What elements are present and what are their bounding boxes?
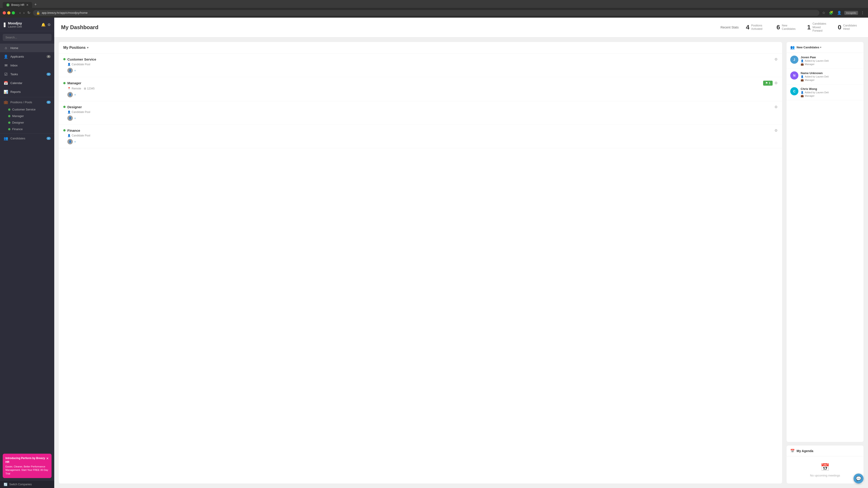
promo-banner[interactable]: ✕ Introducing Perform by Breezy HR Easie… bbox=[3, 454, 52, 478]
switch-icon: 🔄 bbox=[4, 483, 7, 486]
dashboard-body: My Positions ▾ Customer Service ⚙ bbox=[54, 37, 868, 488]
designer-label: Designer bbox=[12, 121, 24, 124]
sidebar-header: ‹ Moodjoy Lauren Deli 🔔 ⚙ bbox=[0, 18, 54, 31]
sidebar-item-customer-service[interactable]: Customer Service bbox=[0, 106, 54, 113]
des-settings-button[interactable]: ⚙ bbox=[774, 105, 778, 109]
back-button[interactable]: ‹ bbox=[19, 10, 22, 15]
no-meetings-text: No upcoming meetings bbox=[810, 474, 840, 477]
candidate-item-joven[interactable]: J Joven Paw 👤 Added by Lauren Deli 💼 Man… bbox=[786, 53, 864, 69]
positions-header: My Positions ▾ bbox=[59, 42, 782, 54]
chris-position: 💼 Manager bbox=[801, 94, 860, 97]
profile-button[interactable]: 👤 bbox=[836, 10, 842, 16]
des-status-dot bbox=[63, 106, 66, 108]
applicants-label: Applicants bbox=[10, 55, 44, 58]
address-bar[interactable]: 🔒 app.breezy.hr/app/c/moodjoy/home bbox=[33, 10, 819, 16]
url-text: app.breezy.hr/app/c/moodjoy/home bbox=[42, 11, 816, 14]
cs-add-person-button[interactable]: + bbox=[74, 69, 76, 72]
browser-chrome: ‹ › ↻ 🔒 app.breezy.hr/app/c/moodjoy/home… bbox=[0, 8, 868, 18]
candidate-item-unknown[interactable]: N Name Unknown 👤 Added by Lauren Deli 💼 … bbox=[786, 69, 864, 85]
switch-companies-bar[interactable]: 🔄 Switch Companies bbox=[0, 481, 54, 488]
browser-actions: ☆ 🧩 👤 Incognito ⋮ bbox=[821, 10, 865, 16]
settings-gear-icon[interactable]: ⚙ bbox=[48, 23, 51, 27]
tab-close-button[interactable]: ✕ bbox=[26, 3, 29, 6]
search-input[interactable] bbox=[3, 34, 52, 41]
cs-pool-icon: 👤 bbox=[67, 63, 71, 66]
positions-title[interactable]: My Positions ▾ bbox=[63, 46, 88, 50]
sidebar-item-manager[interactable]: Manager bbox=[0, 113, 54, 119]
reports-icon: 📊 bbox=[4, 90, 8, 94]
extensions-button[interactable]: 🧩 bbox=[828, 10, 834, 16]
promo-close-button[interactable]: ✕ bbox=[46, 456, 49, 461]
des-add-person-button[interactable]: + bbox=[74, 116, 76, 120]
new-candidates-desc: New Candidates bbox=[782, 24, 800, 31]
unknown-added-text: Added by Lauren Deli bbox=[805, 75, 829, 78]
sidebar-item-reports[interactable]: 📊 Reports bbox=[0, 88, 54, 96]
sidebar-item-finance[interactable]: Finance bbox=[0, 126, 54, 132]
mgr-add-person-button[interactable]: + bbox=[74, 93, 76, 96]
positions-activated-desc: Positions Activated bbox=[751, 24, 769, 31]
window-close-button[interactable] bbox=[3, 11, 6, 14]
active-tab[interactable]: B Breezy HR ✕ bbox=[3, 2, 32, 8]
mgr-location-text: Remote bbox=[72, 87, 81, 90]
sidebar-item-tasks[interactable]: ☑ Tasks + bbox=[0, 70, 54, 78]
des-pool-meta: 👤 Candidate Pool bbox=[63, 110, 778, 113]
tab-bar: B Breezy HR ✕ + bbox=[0, 0, 868, 8]
bookmark-button[interactable]: ☆ bbox=[821, 10, 826, 16]
joven-info: Joven Paw 👤 Added by Lauren Deli 💼 Manag… bbox=[801, 56, 860, 66]
window-minimize-button[interactable] bbox=[7, 11, 10, 14]
candidates-moved-number: 1 bbox=[807, 24, 811, 31]
reports-label: Reports bbox=[10, 90, 51, 94]
window-maximize-button[interactable] bbox=[12, 11, 15, 14]
mgr-avatar: 👤 bbox=[67, 92, 73, 97]
calendar-label: Calendar bbox=[10, 81, 51, 85]
fin-people-row: 👤 + bbox=[63, 139, 778, 144]
new-tab-button[interactable]: + bbox=[33, 1, 39, 8]
chris-position-icon: 💼 bbox=[801, 94, 804, 97]
position-name-row-mgr: Manager ⚑ 1 ⚙ bbox=[63, 80, 778, 86]
new-candidates-number: 6 bbox=[776, 24, 780, 31]
sidebar-back-button[interactable]: ‹ bbox=[4, 22, 6, 27]
notification-bell-icon[interactable]: 🔔 bbox=[41, 23, 46, 27]
mgr-people-row: 👤 + bbox=[63, 92, 778, 97]
promo-body: Easier, Cleaner, Better Performance Mana… bbox=[5, 465, 49, 475]
sidebar-item-candidates[interactable]: 👥 Candidates + bbox=[0, 134, 54, 142]
designer-status-dot bbox=[8, 122, 10, 124]
sidebar-item-inbox[interactable]: ✉ Inbox bbox=[0, 61, 54, 70]
switch-companies-label: Switch Companies bbox=[9, 483, 51, 486]
sidebar-item-designer[interactable]: Designer bbox=[0, 119, 54, 126]
chris-added-icon: 👤 bbox=[801, 91, 804, 94]
candidate-item-chris[interactable]: C Chris Wong 👤 Added by Lauren Deli 💼 Ma… bbox=[786, 85, 864, 100]
forward-button[interactable]: › bbox=[22, 10, 25, 15]
tab-favicon: B bbox=[6, 3, 9, 6]
candidates-filter-button[interactable]: New Candidates ▾ bbox=[797, 46, 821, 49]
sidebar-item-positions-pools[interactable]: 💼 Positions / Pools + bbox=[0, 98, 54, 106]
sidebar-item-calendar[interactable]: 📅 Calendar bbox=[0, 78, 54, 88]
menu-button[interactable]: ⋮ bbox=[860, 10, 865, 16]
fin-add-person-button[interactable]: + bbox=[74, 140, 76, 143]
inbox-label: Inbox bbox=[10, 64, 51, 67]
positions-caret-icon: ▾ bbox=[87, 46, 88, 49]
agenda-panel: 📅 My Agenda 📅 No upcoming meetings bbox=[786, 446, 864, 484]
agenda-body: 📅 No upcoming meetings bbox=[786, 456, 864, 484]
positions-panel: My Positions ▾ Customer Service ⚙ bbox=[59, 42, 782, 484]
reload-button[interactable]: ↻ bbox=[26, 10, 31, 15]
sidebar-divider-1 bbox=[0, 97, 54, 97]
user-name: Lauren Deli bbox=[8, 25, 39, 28]
home-icon: ⌂ bbox=[4, 46, 8, 50]
mgr-settings-button[interactable]: ⚙ bbox=[774, 81, 778, 85]
unknown-position: 💼 Manager bbox=[801, 78, 860, 82]
candidates-filter-caret-icon: ▾ bbox=[820, 46, 821, 48]
joven-added-by: 👤 Added by Lauren Deli bbox=[801, 59, 860, 62]
joven-position-text: Manager bbox=[805, 63, 814, 66]
sidebar-item-home[interactable]: ⌂ Home bbox=[0, 43, 54, 52]
sidebar-item-applicants[interactable]: 👤 Applicants 4 bbox=[0, 52, 54, 61]
cs-settings-button[interactable]: ⚙ bbox=[774, 57, 778, 61]
fin-settings-button[interactable]: ⚙ bbox=[774, 128, 778, 133]
mgr-candidate-badge[interactable]: ⚑ 1 bbox=[763, 80, 773, 86]
chat-bubble-button[interactable]: 💬 bbox=[854, 474, 864, 484]
chris-name: Chris Wong bbox=[801, 87, 860, 91]
des-pool-icon: 👤 bbox=[67, 110, 71, 113]
cs-avatar: 👤 bbox=[67, 68, 73, 73]
cs-pool-meta: 👤 Candidate Pool bbox=[63, 63, 778, 66]
calendar-icon: 📅 bbox=[4, 81, 8, 85]
